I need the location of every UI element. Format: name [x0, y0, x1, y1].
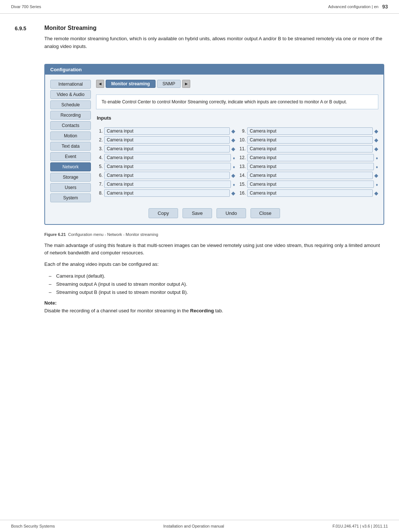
input-row-10: 10. Camera input ◆: [239, 136, 378, 144]
input-14-arrow[interactable]: ◆: [374, 172, 378, 178]
inputs-grid: 1. Camera input ◆ 9. Camera input ◆ 2.: [96, 127, 378, 197]
note-body: Disable the recording of a channel used …: [44, 307, 384, 315]
input-15-arrow[interactable]: ⬧: [375, 181, 378, 187]
input-5-arrow[interactable]: ⬧: [232, 164, 235, 169]
sidebar-item-video-audio[interactable]: Video & Audio: [50, 90, 91, 99]
page-number: 93: [382, 4, 388, 10]
input-6-arrow[interactable]: ◆: [231, 172, 235, 178]
config-box-title: Configuration: [45, 65, 383, 75]
sidebar-item-recording[interactable]: Recording: [50, 111, 91, 120]
input-row-5: 5. Camera input ⬧: [96, 163, 235, 170]
input-2-arrow[interactable]: ◆: [231, 137, 235, 143]
input-11-arrow[interactable]: ◆: [374, 146, 378, 152]
sidebar-item-event[interactable]: Event: [50, 152, 91, 161]
footer-center: Installation and Operation manual: [163, 524, 224, 528]
main-content: 6.9.5 Monitor Streaming The remote monit…: [0, 14, 399, 330]
button-bar: Copy Save Undo Close: [45, 208, 383, 218]
sidebar-item-storage[interactable]: Storage: [50, 173, 91, 182]
save-button[interactable]: Save: [183, 208, 212, 218]
sidebar-item-international[interactable]: International: [50, 80, 91, 89]
figure-label: Figure 6.21: [44, 232, 66, 237]
input-row-8: 8. Camera input ◆: [96, 189, 235, 197]
config-sidebar: International Video & Audio Schedule Rec…: [50, 80, 91, 202]
header-left: Divar 700 Series: [11, 4, 41, 9]
input-row-14: 14. Camera input ◆: [239, 172, 378, 179]
figure-caption: Figure 6.21 Configuration menu - Network…: [44, 232, 384, 237]
tab-prev-arrow[interactable]: ◄: [96, 80, 104, 88]
input-row-13: 13. Camera input ⬧: [239, 163, 378, 170]
note-title: Note:: [44, 300, 384, 306]
undo-button[interactable]: Undo: [216, 208, 246, 218]
bullet-item-2: Streaming output A (input is used to str…: [52, 280, 384, 288]
input-3-arrow[interactable]: ◆: [231, 146, 235, 152]
input-row-11: 11. Camera input ◆: [239, 145, 378, 152]
input-row-1: 1. Camera input ◆: [96, 127, 235, 135]
header-right-text: Advanced configuration | en: [328, 4, 378, 9]
input-row-12: 12. Camera input ⬧: [239, 154, 378, 161]
input-16-arrow[interactable]: ◆: [374, 190, 378, 196]
input-row-16: 16. Camera input ◆: [239, 189, 378, 197]
sidebar-item-users[interactable]: Users: [50, 183, 91, 192]
bullet-list: Camera input (default). Streaming output…: [52, 272, 384, 296]
page-header: Divar 700 Series Advanced configuration …: [0, 0, 399, 14]
note-end: tab.: [214, 308, 223, 313]
page-footer: Bosch Security Systems Installation and …: [0, 520, 399, 532]
input-12-arrow[interactable]: ⬧: [375, 155, 378, 161]
section-body: Monitor Streaming The remote monitor str…: [44, 25, 384, 51]
note-bold: Recording: [190, 308, 214, 313]
input-7-arrow[interactable]: ⬧: [232, 181, 235, 187]
input-row-7: 7. Camera input ⬧: [96, 181, 235, 188]
copy-button[interactable]: Copy: [149, 208, 178, 218]
tab-bar: ◄ Monitor streaming SNMP ►: [96, 80, 378, 88]
sidebar-item-motion[interactable]: Motion: [50, 131, 91, 140]
bullet-item-1: Camera input (default).: [52, 272, 384, 280]
input-row-2: 2. Camera input ◆: [96, 136, 235, 144]
sidebar-item-contacts[interactable]: Contacts: [50, 121, 91, 130]
sidebar-item-system[interactable]: System: [50, 193, 91, 202]
footer-right: F.01U.246.471 | v3.6 | 2011.11: [332, 524, 388, 528]
inputs-label: Inputs: [96, 115, 378, 121]
input-row-9: 9. Camera input ◆: [239, 127, 378, 135]
configuration-box: Configuration International Video & Audi…: [44, 64, 384, 225]
tab-monitor-streaming[interactable]: Monitor streaming: [106, 80, 156, 88]
header-right: Advanced configuration | en 93: [328, 4, 388, 10]
sidebar-item-text-data[interactable]: Text data: [50, 142, 91, 151]
sidebar-item-network[interactable]: Network: [50, 162, 91, 171]
body-para2: Each of the analog video inputs can be c…: [44, 261, 384, 268]
section-title: Monitor Streaming: [44, 25, 384, 31]
input-4-arrow[interactable]: ⬧: [232, 155, 235, 161]
tab-snmp[interactable]: SNMP: [157, 80, 181, 88]
input-8-arrow[interactable]: ◆: [231, 190, 235, 196]
note-text: Disable the recording of a channel used …: [44, 308, 190, 313]
figure-caption-text: Configuration menu - Network - Monitor s…: [68, 232, 158, 237]
footer-left: Bosch Security Systems: [11, 524, 55, 528]
input-1-arrow[interactable]: ◆: [231, 128, 235, 134]
close-button[interactable]: Close: [250, 208, 280, 218]
input-13-arrow[interactable]: ⬧: [375, 164, 378, 169]
info-box: To enable Control Center to control Moni…: [96, 95, 378, 109]
sidebar-item-schedule[interactable]: Schedule: [50, 100, 91, 109]
input-row-4: 4. Camera input ⬧: [96, 154, 235, 161]
config-main-panel: ◄ Monitor streaming SNMP ► To enable Con…: [96, 80, 378, 202]
input-row-15: 15. Camera input ⬧: [239, 181, 378, 188]
section-description: The remote monitor streaming function, w…: [44, 35, 384, 51]
section-number: 6.9.5: [15, 25, 26, 31]
body-para1: The main advantage of using this feature…: [44, 242, 384, 257]
input-row-3: 3. Camera input ◆: [96, 145, 235, 152]
info-text: To enable Control Center to control Moni…: [102, 99, 347, 104]
bullet-item-3: Streaming output B (input is used to str…: [52, 288, 384, 296]
input-9-arrow[interactable]: ◆: [374, 128, 378, 134]
input-row-6: 6. Camera input ◆: [96, 172, 235, 179]
tab-next-arrow[interactable]: ►: [182, 80, 190, 88]
input-10-arrow[interactable]: ◆: [374, 137, 378, 143]
